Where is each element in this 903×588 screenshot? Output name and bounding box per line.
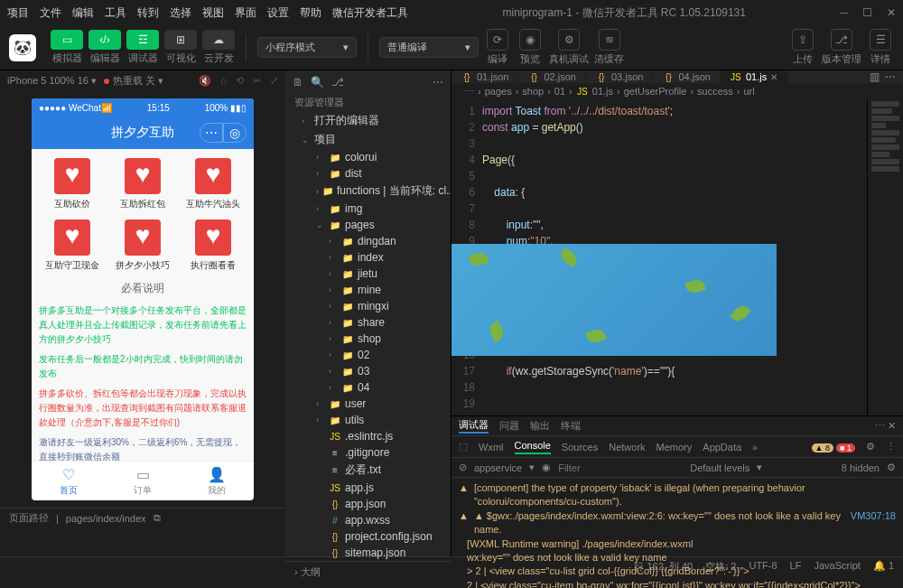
tab-03json[interactable]: {}03.json — [586, 70, 653, 83]
tree-item-pages[interactable]: ⌄📁pages — [285, 217, 451, 233]
capsule-menu-icon[interactable]: ⋯ — [200, 123, 223, 143]
dttab-debugger[interactable]: 调试器 — [459, 418, 489, 434]
grid-item[interactable]: 互助砍价 — [39, 158, 106, 210]
tab-mine[interactable]: 👤我的 — [180, 462, 254, 500]
cut-icon[interactable]: ✂ — [253, 75, 261, 87]
tree-item----txt[interactable]: ≡必看.txt — [285, 461, 451, 480]
tree-item-index[interactable]: ›📁index — [285, 249, 451, 266]
outline-section[interactable]: › 大纲 — [285, 561, 451, 583]
minimap[interactable] — [867, 99, 903, 415]
dt-dock-icon[interactable]: ⋮ — [886, 441, 896, 453]
tree-item-04[interactable]: ›📁04 — [285, 379, 451, 396]
menu-view[interactable]: 视图 — [202, 5, 224, 21]
phone-body[interactable]: 互助砍价 互助拆红包 互助牛汽油头 互助守卫现金 拼夕夕小技巧 执行圈看看 必看… — [32, 149, 254, 461]
visual-button[interactable]: ⊞可视化 — [164, 30, 197, 65]
grid-item[interactable]: 执行圈看看 — [180, 219, 247, 272]
maximize-icon[interactable]: ☐ — [862, 6, 872, 19]
menu-ui[interactable]: 界面 — [235, 5, 256, 21]
debugger-button[interactable]: ☲调试器 — [126, 30, 159, 65]
files-icon[interactable]: 🗎 — [293, 76, 303, 89]
menu-tool[interactable]: 工具 — [105, 5, 126, 21]
dt-settings-icon[interactable]: ⚙ — [866, 441, 875, 453]
tree-item-sitemap-json[interactable]: {}sitemap.json — [285, 545, 451, 561]
clear-console-icon[interactable]: ⊘ — [459, 462, 467, 473]
warn-badge[interactable]: ▲ 8 ■ 1 — [812, 442, 855, 453]
subtab-network[interactable]: Network — [609, 442, 645, 453]
menu-wxdev[interactable]: 微信开发者工具 — [332, 5, 408, 21]
tree-item-jietu[interactable]: ›📁jietu — [285, 266, 451, 282]
tree-item-02[interactable]: ›📁02 — [285, 347, 451, 363]
menu-settings[interactable]: 设置 — [267, 5, 289, 21]
breadcrumb[interactable]: ⋯›pages›shop›01›JS01.js›getUserProfile›s… — [452, 83, 903, 99]
subtab-more-icon[interactable]: » — [752, 442, 758, 453]
search-icon[interactable]: 🔍 — [311, 76, 324, 89]
grid-item[interactable]: 互助牛汽油头 — [180, 158, 247, 210]
more-editor-icon[interactable]: ⋯ — [885, 70, 896, 83]
preview-button[interactable]: ◉预览 — [517, 29, 544, 66]
clearcache-button[interactable]: ≋清缓存 — [594, 29, 624, 66]
levels-dropdown[interactable]: Default levels — [690, 462, 749, 473]
context-dropdown[interactable]: appservice — [474, 462, 522, 473]
upload-button[interactable]: ⇪上传 — [789, 29, 816, 66]
dttab-terminal[interactable]: 终端 — [561, 419, 581, 433]
menu-file[interactable]: 文件 — [40, 5, 61, 21]
eye-icon[interactable]: ◉ — [542, 462, 551, 473]
tree-item-share[interactable]: ›📁share — [285, 314, 451, 331]
menu-goto[interactable]: 转到 — [137, 5, 159, 21]
realdebug-button[interactable]: ⚙真机调试 — [549, 29, 589, 66]
tree-item-app-js[interactable]: JSapp.js — [285, 480, 451, 496]
tree-item-user[interactable]: ›📁user — [285, 396, 451, 412]
subtab-appdata[interactable]: AppData — [703, 442, 741, 453]
subtab-memory[interactable]: Memory — [656, 442, 693, 453]
expand-icon[interactable]: ⤢ — [270, 75, 278, 87]
tree-item-functions---------cl---[interactable]: ›📁functions | 当前环境: cl... — [285, 182, 451, 201]
home-icon[interactable]: ⌂ — [220, 75, 227, 87]
cloud-button[interactable]: ☁云开发 — [202, 30, 235, 65]
grid-item[interactable]: 互助守卫现金 — [39, 219, 106, 272]
gear-icon[interactable]: ⚙ — [887, 462, 896, 473]
tree-item-dist[interactable]: ›📁dist — [285, 165, 451, 182]
close-icon[interactable]: ✕ — [887, 6, 896, 19]
compile-dropdown[interactable]: 普通编译▾ — [379, 37, 479, 58]
subtab-wxml[interactable]: Wxml — [479, 442, 504, 453]
tree-item-img[interactable]: ›📁img — [285, 201, 451, 217]
pagepath-value[interactable]: pages/index/index — [66, 513, 146, 524]
dttab-problems[interactable]: 问题 — [499, 419, 519, 433]
minimize-icon[interactable]: ─ — [840, 6, 848, 19]
grid-item[interactable]: 互助拆红包 — [109, 158, 176, 210]
code-editor[interactable]: 12345678910111213141516171819 import Toa… — [452, 99, 903, 415]
tab-01json[interactable]: {}01.json — [452, 70, 518, 83]
tree-item-utils[interactable]: ›📁utils — [285, 412, 451, 428]
mode-dropdown[interactable]: 小程序模式▾ — [257, 37, 357, 58]
simulator-button[interactable]: ▭模拟器 — [51, 30, 83, 65]
copy-icon[interactable]: ⧉ — [154, 512, 161, 524]
tree-item-03[interactable]: ›📁03 — [285, 363, 451, 379]
tree-item-app-wxss[interactable]: #app.wxss — [285, 512, 451, 528]
tree-item-shop[interactable]: ›📁shop — [285, 331, 451, 347]
tree-item--gitignore[interactable]: ≡.gitignore — [285, 444, 451, 461]
tab-order[interactable]: ▭订单 — [106, 462, 180, 500]
compile-button[interactable]: ⟳编译 — [484, 29, 511, 66]
menu-help[interactable]: 帮助 — [300, 5, 321, 21]
tree-item--eslintrc-js[interactable]: JS.eslintrc.js — [285, 428, 451, 444]
editor-button[interactable]: ‹/›编辑器 — [88, 30, 121, 65]
tab-home[interactable]: ♡首页 — [32, 462, 106, 500]
tab-02json[interactable]: {}02.json — [518, 70, 585, 83]
filter-input[interactable] — [558, 462, 683, 473]
tree-item-app-json[interactable]: {}app.json — [285, 496, 451, 512]
tree-item-mingxi[interactable]: ›📁mingxi — [285, 298, 451, 314]
split-icon[interactable]: ▥ — [870, 70, 880, 83]
menu-edit[interactable]: 编辑 — [72, 5, 94, 21]
tab-01js[interactable]: JS01.js✕ — [721, 70, 787, 83]
dt-more-icon[interactable]: ⋯ ✕ — [875, 420, 896, 432]
tree-item-dingdan[interactable]: ›📁dingdan — [285, 233, 451, 249]
branch-icon[interactable]: ⎇ — [331, 76, 344, 89]
rotate-icon[interactable]: ⟲ — [236, 75, 244, 87]
mute-icon[interactable]: 🔇 — [199, 75, 211, 87]
detail-button[interactable]: ☰详情 — [867, 29, 894, 66]
menu-project[interactable]: 项目 — [7, 5, 29, 21]
console-body[interactable]: ▲[component] the type of property 'isbac… — [452, 478, 903, 588]
version-button[interactable]: ⎇版本管理 — [822, 29, 861, 66]
subtab-console[interactable]: Console — [515, 440, 551, 454]
tree-item-project-config-json[interactable]: {}project.config.json — [285, 528, 451, 545]
